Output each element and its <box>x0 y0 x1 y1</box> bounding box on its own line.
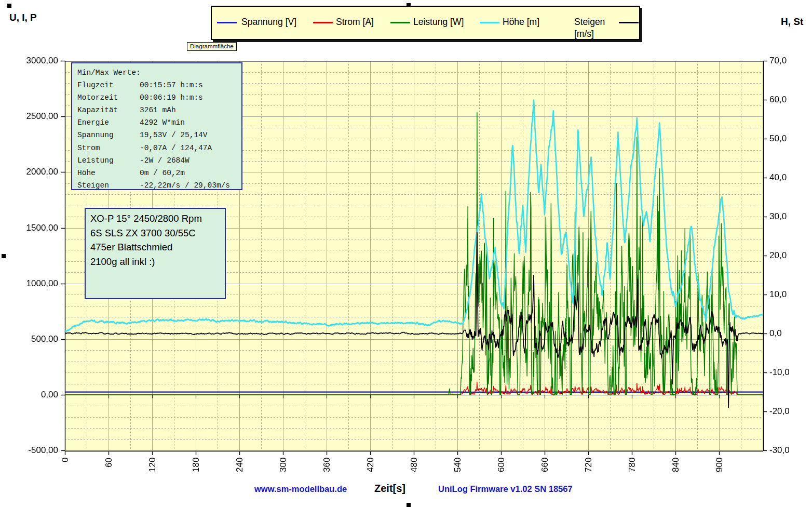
left-axis-tick-label: 2000,00 <box>15 167 58 177</box>
x-axis-tick-label: 900 <box>714 458 724 472</box>
annotation-line: XO-P 15° 2450/2800 Rpm <box>90 211 220 226</box>
legend-swatch-2 <box>390 22 410 23</box>
x-axis-tick-label: 600 <box>496 458 506 472</box>
x-axis-tick-label: 180 <box>191 458 201 472</box>
minmax-row: Motorzeit00:06:19 h:m:s <box>77 91 236 104</box>
x-axis-tick-label: 120 <box>147 458 157 472</box>
left-axis-tick-label: 1000,00 <box>15 278 58 289</box>
minmax-row-value: 4292 W*min <box>140 118 185 127</box>
x-axis-tick-label: 360 <box>322 458 332 472</box>
minmax-row-value: 19,53V / 25,14V <box>140 131 208 139</box>
right-axis-tick-label: 40,0 <box>769 172 787 183</box>
minmax-row-value: -0,07A / 124,47A <box>140 144 212 152</box>
left-axis-tick-label: 2500,00 <box>15 111 58 122</box>
annotation-line: 475er Blattschmied <box>90 240 220 255</box>
minmax-row: Steigen-22,22m/s / 29,03m/s <box>77 179 236 192</box>
footer-website-text: www.sm-modellbau.de <box>254 484 347 494</box>
left-axis-title: U, I, P <box>9 12 37 23</box>
legend-label-0: Spannung [V] <box>241 16 296 28</box>
left-axis-tick-label: 1500,00 <box>15 223 58 233</box>
left-axis-tick-label: -500,00 <box>15 445 58 456</box>
minmax-row-value: 00:06:19 h:m:s <box>140 94 203 102</box>
legend[interactable]: Spannung [V]Strom [A]Leistung [W]Höhe [m… <box>211 6 640 40</box>
footer-firmware-text: UniLog Firmware v1.02 SN 18567 <box>438 484 573 494</box>
x-axis-tick-label: 60 <box>104 458 114 468</box>
right-axis-tick-label: 30,0 <box>769 211 787 222</box>
x-axis-tick-label: 660 <box>540 458 550 472</box>
chart-handle-top-left[interactable] <box>7 4 11 8</box>
unilog-chart: U, I, P H, St Spannung [V]Strom [A]Leist… <box>0 0 812 507</box>
legend-label-4: Steigen [m/s] <box>574 16 605 40</box>
chart-handle-bottom-center[interactable] <box>407 503 411 507</box>
x-axis-tick-label: 720 <box>584 458 593 472</box>
minmax-row-label: Strom <box>77 142 140 154</box>
minmax-row: Strom-0,07A / 124,47A <box>77 142 236 154</box>
minmax-row: Höhe0m / 60,2m <box>77 167 236 179</box>
x-axis-tick-label: 240 <box>235 458 245 472</box>
right-axis-tick-label: 70,0 <box>769 56 787 66</box>
chart-handle-left-middle[interactable] <box>2 254 6 258</box>
minmax-row-label: Kapazität <box>77 104 140 116</box>
legend-label-3: Höhe [m] <box>503 16 539 28</box>
minmax-row: Flugzeit00:15:57 h:m:s <box>77 79 236 91</box>
right-axis-tick-label: -20,0 <box>769 406 790 417</box>
right-axis-tick-label: 10,0 <box>769 289 787 300</box>
minmax-title: Min/Max Werte: <box>77 66 236 79</box>
minmax-row: Energie4292 W*min <box>77 116 236 129</box>
minmax-row-value: 0m / 60,2m <box>140 169 185 177</box>
legend-swatch-1 <box>313 22 333 23</box>
right-axis-tick-label: 0,0 <box>769 328 782 339</box>
x-axis-tick-label: 540 <box>453 458 463 472</box>
x-axis-tick-label: 300 <box>278 458 288 472</box>
right-axis-tick-label: 50,0 <box>769 134 787 144</box>
legend-label-2: Leistung [W] <box>413 16 464 28</box>
plot-area-tooltip: Diagrammfläche <box>187 42 237 51</box>
legend-swatch-3 <box>480 22 499 23</box>
x-axis-label: Zeit[s] <box>374 483 405 495</box>
minmax-row-value: 00:15:57 h:m:s <box>140 81 203 89</box>
minmax-row-value: -2W / 2684W <box>140 156 190 165</box>
minmax-row-label: Energie <box>77 116 140 129</box>
annotation-line: 2100g all inkl :) <box>90 255 220 269</box>
minmax-row-value: -22,22m/s / 29,03m/s <box>140 181 230 190</box>
x-axis-tick-label: 840 <box>671 458 681 472</box>
right-axis-tick-label: 20,0 <box>769 250 787 261</box>
minmax-row-label: Leistung <box>77 154 140 167</box>
right-axis-title: H, St <box>781 16 803 28</box>
left-axis-tick-label: 3000,00 <box>15 56 58 66</box>
annotation-line: 6S SLS ZX 3700 30/55C <box>90 226 220 241</box>
minmax-row: Spannung19,53V / 25,14V <box>77 129 236 141</box>
minmax-row-value: 3261 mAh <box>140 106 176 114</box>
right-axis-tick-label: -10,0 <box>769 367 790 378</box>
minmax-row: Leistung-2W / 2684W <box>77 154 236 167</box>
x-axis-tick-label: 0 <box>60 458 70 462</box>
legend-swatch-4 <box>619 22 639 23</box>
minmax-row-label: Steigen <box>77 179 140 192</box>
minmax-row-label: Höhe <box>77 167 140 179</box>
minmax-row-label: Flugzeit <box>77 79 140 91</box>
legend-swatch-0 <box>217 22 237 23</box>
x-axis-tick-label: 420 <box>366 458 375 472</box>
right-axis-tick-label: -30,0 <box>769 445 790 456</box>
left-axis-tick-label: 0,00 <box>15 390 58 400</box>
minmax-row: Kapazität3261 mAh <box>77 104 236 116</box>
left-axis-tick-label: 500,00 <box>15 334 58 344</box>
annotation-box[interactable]: XO-P 15° 2450/2800 Rpm6S SLS ZX 3700 30/… <box>85 208 226 299</box>
minmax-row-label: Spannung <box>77 129 140 141</box>
right-axis-tick-label: 60,0 <box>769 95 787 105</box>
minmax-row-label: Motorzeit <box>77 91 140 104</box>
x-axis-tick-label: 480 <box>409 458 419 472</box>
minmax-values-box[interactable]: Min/Max Werte: Flugzeit00:15:57 h:m:sMot… <box>71 62 242 190</box>
legend-label-1: Strom [A] <box>336 16 374 28</box>
x-axis-tick-label: 780 <box>627 458 637 472</box>
